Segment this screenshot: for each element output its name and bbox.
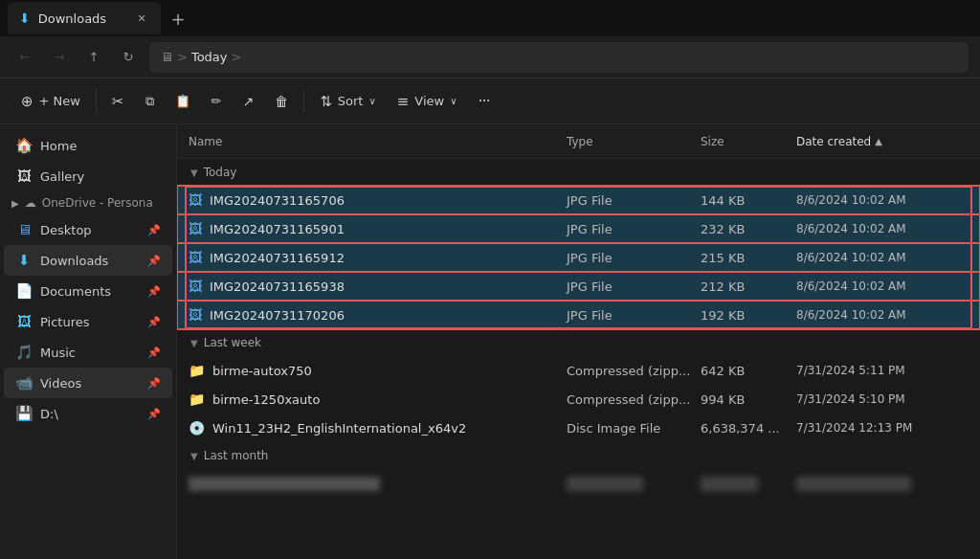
file-type-2: JPG File — [567, 251, 701, 265]
table-row[interactable]: 🖼 IMG20240731165912 JPG File 215 KB 8/6/… — [177, 243, 980, 272]
file-name-3: IMG20240731165938 — [210, 280, 345, 294]
up-button[interactable]: ↑ — [80, 44, 107, 71]
file-date-4: 8/6/2024 10:02 AM — [796, 308, 969, 322]
last-week-chevron-icon: ▼ — [190, 338, 198, 348]
sidebar-item-music[interactable]: 🎵 Music 📌 — [4, 337, 172, 368]
sidebar-item-desktop[interactable]: 🖥 Desktop 📌 — [4, 214, 172, 245]
view-button[interactable]: ≡ View ∨ — [388, 84, 467, 119]
section-last-month[interactable]: ▼ Last month — [177, 442, 980, 469]
refresh-button[interactable]: ↻ — [115, 44, 142, 71]
delete-button[interactable]: 🗑 — [265, 84, 298, 119]
sidebar-onedrive-group[interactable]: ▶ ☁ OneDrive - Persona — [4, 191, 172, 214]
documents-icon: 📄 — [15, 282, 33, 300]
zip-icon-0: 📁 — [189, 363, 205, 378]
file-size-lw1: 994 KB — [701, 392, 796, 407]
jpg-icon-2: 🖼 — [189, 250, 202, 265]
file-name-cell-3: 🖼 IMG20240731165938 — [189, 279, 567, 294]
table-row[interactable]: 📁 birme-autox750 Compressed (zipp... 642… — [177, 356, 980, 385]
table-row[interactable]: 🖼 IMG20240731165938 JPG File 212 KB 8/6/… — [177, 272, 980, 301]
section-today[interactable]: ▼ Today — [177, 159, 980, 186]
documents-pin-icon: 📌 — [147, 285, 161, 298]
sidebar-onedrive-label: OneDrive - Persona — [42, 196, 153, 210]
col-type-header[interactable]: Type — [567, 135, 701, 148]
iso-icon: 💿 — [189, 420, 205, 436]
sidebar-drive-d-label: D:\ — [40, 407, 58, 421]
address-bar: ← → ↑ ↻ 🖥 > Today > — [0, 36, 980, 78]
new-tab-button[interactable]: + — [165, 5, 191, 32]
view-arrow: ∨ — [450, 96, 457, 106]
file-name-cell-0: 🖼 IMG20240731165706 — [189, 192, 567, 208]
share-icon: ↗ — [242, 94, 254, 109]
downloads-icon: ⬇ — [15, 252, 33, 269]
sidebar-item-drive-d[interactable]: 💾 D:\ 📌 — [4, 398, 172, 429]
address-path[interactable]: 🖥 > Today > — [149, 42, 969, 73]
paste-icon: 📋 — [175, 94, 190, 108]
file-name-1: IMG20240731165901 — [210, 222, 345, 236]
file-name-cell-2: 🖼 IMG20240731165912 — [189, 250, 567, 265]
col-type-label: Type — [567, 135, 593, 148]
file-name-2: IMG20240731165912 — [210, 251, 345, 265]
paste-button[interactable]: 📋 — [166, 84, 200, 119]
forward-button[interactable]: → — [46, 44, 73, 71]
desktop-pin-icon: 📌 — [147, 224, 161, 236]
tab-close-button[interactable]: ✕ — [134, 11, 149, 26]
col-name-header[interactable]: Name — [189, 135, 567, 148]
file-content: Name Type Size Date created ▲ ▼ Today 🖼 — [177, 124, 980, 559]
table-row[interactable]: 🖼 IMG20240731170206 JPG File 192 KB 8/6/… — [177, 301, 980, 329]
videos-pin-icon: 📌 — [147, 377, 161, 390]
path-sep-2: > — [232, 50, 242, 64]
active-tab[interactable]: ⬇ Downloads ✕ — [8, 2, 161, 34]
table-row[interactable]: 🖼 IMG20240731165706 JPG File 144 KB 8/6/… — [177, 186, 980, 214]
file-name-lw0: birme-autox750 — [212, 364, 312, 378]
section-last-week[interactable]: ▼ Last week — [177, 329, 980, 356]
jpg-icon-4: 🖼 — [189, 307, 202, 323]
share-button[interactable]: ↗ — [233, 84, 263, 119]
column-headers: Name Type Size Date created ▲ — [177, 124, 980, 159]
jpg-icon-0: 🖼 — [189, 192, 202, 208]
file-type-1: JPG File — [567, 222, 701, 236]
sort-arrow: ∨ — [368, 96, 375, 106]
file-name-cell-lw1: 📁 birme-1250xauto — [189, 391, 567, 407]
music-pin-icon: 📌 — [147, 347, 161, 359]
today-chevron-icon: ▼ — [190, 168, 198, 178]
sidebar-item-documents[interactable]: 📄 Documents 📌 — [4, 276, 172, 306]
col-size-header[interactable]: Size — [701, 135, 796, 148]
sort-button[interactable]: ⇅ Sort ∨ — [310, 84, 386, 119]
main-layout: 🏠 Home 🖼 Gallery ▶ ☁ OneDrive - Persona … — [0, 124, 980, 559]
rename-button[interactable]: ✏ — [202, 84, 232, 119]
pictures-icon: 🖼 — [15, 313, 33, 330]
table-row[interactable]: 💿 Win11_23H2_EnglishInternational_x64v2 … — [177, 414, 980, 442]
copy-icon: ⧉ — [145, 94, 154, 109]
sidebar-item-downloads[interactable]: ⬇ Downloads 📌 — [4, 245, 172, 276]
file-date-lw1: 7/31/2024 5:10 PM — [796, 392, 969, 406]
section-today-label: Today — [204, 166, 237, 179]
new-button[interactable]: ⊕ + New — [11, 84, 90, 119]
more-button[interactable]: ··· — [469, 84, 500, 119]
sidebar-item-gallery[interactable]: 🖼 Gallery — [4, 161, 172, 191]
file-date-2: 8/6/2024 10:02 AM — [796, 251, 969, 264]
file-type-lw2: Disc Image File — [567, 421, 701, 436]
sidebar-item-home[interactable]: 🏠 Home — [4, 130, 172, 161]
zip-icon-1: 📁 — [189, 391, 205, 407]
sort-label: Sort — [338, 94, 364, 108]
cut-button[interactable]: ✂ — [102, 84, 134, 119]
selection-box: 🖼 IMG20240731165706 JPG File 144 KB 8/6/… — [177, 186, 980, 329]
file-type-4: JPG File — [567, 308, 701, 323]
table-row[interactable]: 📁 birme-1250xauto Compressed (zipp... 99… — [177, 385, 980, 414]
more-icon: ··· — [479, 92, 490, 110]
last-month-chevron-icon: ▼ — [190, 451, 198, 461]
back-button[interactable]: ← — [11, 44, 38, 71]
col-date-header[interactable]: Date created ▲ — [796, 135, 969, 148]
sidebar-item-pictures[interactable]: 🖼 Pictures 📌 — [4, 306, 172, 337]
music-icon: 🎵 — [15, 344, 33, 361]
file-size-3: 212 KB — [701, 280, 796, 294]
tab-download-icon: ⬇ — [19, 11, 31, 26]
table-row[interactable]: 🖼 IMG20240731165901 JPG File 232 KB 8/6/… — [177, 214, 980, 243]
copy-button[interactable]: ⧉ — [136, 84, 164, 119]
file-name-cell-lw0: 📁 birme-autox750 — [189, 363, 567, 378]
sidebar-pictures-label: Pictures — [40, 315, 89, 329]
sidebar-item-videos[interactable]: 📹 Videos 📌 — [4, 368, 172, 398]
sidebar-downloads-label: Downloads — [40, 254, 108, 268]
videos-icon: 📹 — [15, 374, 33, 391]
file-name-lw2: Win11_23H2_EnglishInternational_x64v2 — [212, 421, 466, 436]
